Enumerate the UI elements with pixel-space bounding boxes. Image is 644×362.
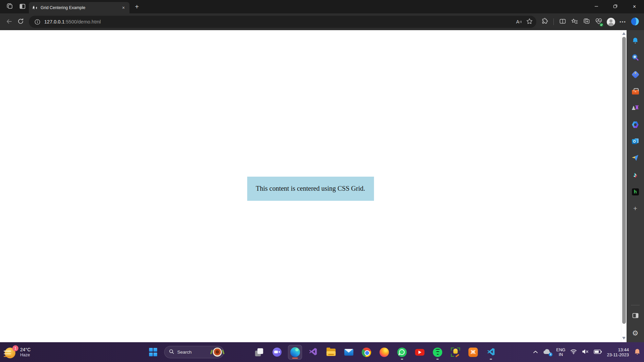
clock-widget[interactable]: 13:44 23-11-2023	[607, 347, 629, 357]
start-button[interactable]	[147, 346, 160, 359]
split-screen-button[interactable]	[557, 16, 568, 27]
heart-pulse-icon	[595, 18, 602, 26]
wifi-button[interactable]	[570, 349, 577, 355]
weather-haze-icon: 1	[5, 346, 17, 358]
star-icon	[526, 18, 533, 26]
onedrive-tray-button[interactable]	[543, 349, 551, 356]
h-app-icon: h	[632, 188, 639, 195]
sidebar-settings-button[interactable]: ⚙	[629, 327, 641, 339]
tray-overflow-button[interactable]	[533, 350, 538, 355]
sidebar-microsoft365-button[interactable]	[629, 119, 641, 131]
weather-condition: Haze	[20, 352, 31, 358]
windows-taskbar: 1 24°C Haze Search	[0, 342, 644, 362]
speaker-mute-icon	[582, 349, 589, 355]
sidebar-drop-button[interactable]	[629, 152, 641, 164]
sidebar-panel-icon	[632, 312, 639, 320]
task-view-button[interactable]	[253, 346, 266, 359]
back-button[interactable]	[3, 16, 15, 27]
reload-button[interactable]	[15, 16, 26, 27]
xampp-button[interactable]: Ж	[467, 346, 480, 359]
ellipsis-icon: •••	[620, 19, 626, 24]
read-aloud-button[interactable]: A	[514, 17, 524, 27]
language-indicator[interactable]: ENG IN	[556, 348, 565, 357]
back-arrow-icon	[5, 18, 13, 26]
battery-icon	[594, 350, 602, 355]
battery-button[interactable]	[594, 350, 602, 355]
url-host: 127.0.0.1	[44, 19, 64, 24]
browser-tab-active[interactable]: Grid Centering Example ×	[29, 2, 129, 13]
profile-button[interactable]	[605, 16, 616, 27]
address-bar[interactable]: 127.0.0.1:5500/demo.html A	[29, 16, 536, 28]
weather-temperature: 24°C	[20, 347, 31, 352]
weather-widget[interactable]: 1 24°C Haze	[5, 342, 31, 362]
file-explorer-button[interactable]	[324, 346, 338, 359]
search-placeholder: Search	[177, 350, 210, 355]
site-info-icon[interactable]	[32, 17, 42, 27]
page-scrollbar[interactable]	[621, 30, 627, 342]
active-app-indicator	[292, 358, 298, 359]
visual-studio-button[interactable]	[307, 346, 320, 359]
mail-button[interactable]	[342, 346, 356, 359]
centered-content-box: This content is centered using CSS Grid.	[247, 177, 374, 201]
taskbar-edge-button[interactable]	[288, 345, 302, 360]
sidebar-h-app-button[interactable]: h	[629, 186, 641, 198]
video-chat-icon	[272, 348, 281, 357]
sidebar-tiktok-button[interactable]: ♪	[629, 169, 641, 181]
copilot-button[interactable]	[629, 16, 641, 27]
close-window-button[interactable]: ×	[625, 0, 644, 13]
chrome-button[interactable]	[360, 346, 373, 359]
search-magnifier-icon	[632, 54, 639, 62]
vscode-button[interactable]	[484, 346, 498, 359]
sidebar-shopping-button[interactable]	[629, 68, 641, 80]
sidebar-tools-button[interactable]	[629, 85, 641, 97]
tab-actions-menu-button[interactable]	[3, 1, 16, 12]
read-aloud-icon: A	[516, 19, 522, 24]
sidebar-notifications-button[interactable]	[629, 35, 641, 47]
notification-count-badge: 1	[12, 345, 18, 351]
whatsapp-icon	[397, 348, 407, 357]
tray-date: 23-11-2023	[607, 352, 629, 357]
whatsapp-button[interactable]	[395, 346, 409, 359]
database-tool-button[interactable]	[449, 346, 462, 359]
settings-menu-button[interactable]: •••	[617, 16, 629, 27]
volume-muted-button[interactable]	[582, 349, 589, 355]
visual-studio-icon	[309, 347, 318, 357]
notification-center-button[interactable]	[634, 348, 641, 356]
scrollbar-up-arrow-icon[interactable]	[622, 32, 626, 35]
vscode-icon	[487, 348, 495, 357]
restore-button[interactable]	[606, 0, 625, 13]
browser-toolbar: 127.0.0.1:5500/demo.html A	[0, 13, 644, 30]
bing-daily-image-icon	[213, 348, 222, 357]
content-row: This content is centered using CSS Grid.	[0, 30, 644, 342]
sidebar-games-button[interactable]: ♟♜	[629, 102, 641, 114]
running-app-dot	[490, 359, 492, 360]
youtube-button[interactable]	[413, 346, 427, 359]
tiktok-icon: ♪	[634, 171, 637, 179]
firefox-button[interactable]	[378, 346, 391, 359]
chat-button[interactable]	[270, 346, 284, 359]
vertical-tabs-button[interactable]	[16, 1, 29, 12]
tab-close-button[interactable]: ×	[120, 4, 127, 11]
extensions-button[interactable]	[539, 16, 550, 27]
price-tag-icon	[631, 70, 639, 78]
scrollbar-thumb[interactable]	[622, 37, 626, 324]
sidebar-search-button[interactable]	[629, 52, 641, 64]
scrollbar-down-arrow-icon[interactable]	[622, 337, 626, 340]
favorites-button[interactable]	[569, 16, 580, 27]
browser-essentials-button[interactable]	[593, 16, 604, 27]
minimize-button[interactable]	[587, 0, 606, 13]
spotify-button[interactable]	[431, 346, 444, 359]
tab-strip: Grid Centering Example × + ×	[0, 0, 644, 13]
url-text: 127.0.0.1:5500/demo.html	[44, 19, 101, 24]
sidebar-add-button[interactable]: +	[629, 202, 641, 215]
sidebar-outlook-button[interactable]: O	[629, 135, 641, 147]
favorite-star-button[interactable]	[524, 17, 534, 27]
taskbar-search-box[interactable]: Search	[164, 346, 224, 358]
search-icon	[169, 349, 174, 355]
browser-window: Grid Centering Example × + ×	[0, 0, 644, 362]
sidebar-toggle-button[interactable]	[629, 310, 641, 322]
new-tab-button[interactable]: +	[131, 2, 142, 12]
taskbar-center-icons: Search	[147, 342, 498, 362]
collections-button[interactable]	[581, 16, 592, 27]
avatar	[607, 18, 615, 26]
